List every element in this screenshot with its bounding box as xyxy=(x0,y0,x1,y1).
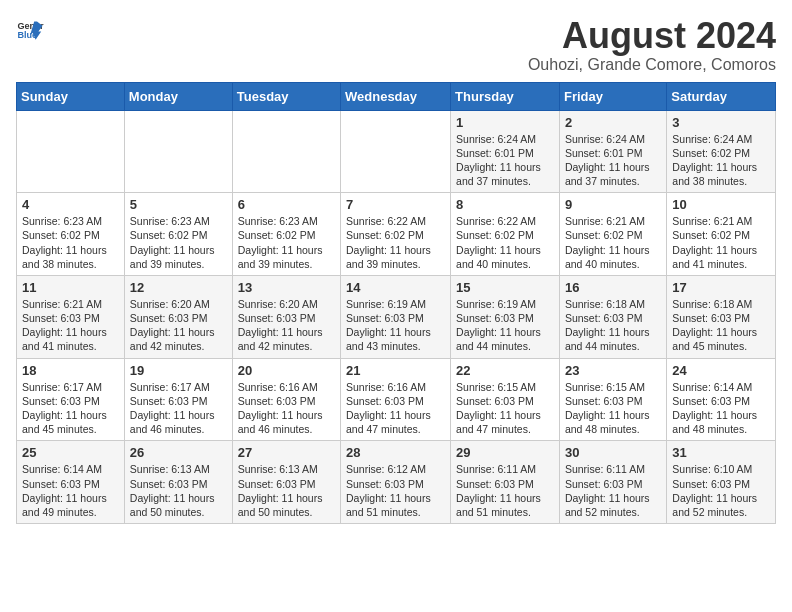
day-info: Sunrise: 6:23 AM Sunset: 6:02 PM Dayligh… xyxy=(130,214,227,271)
day-info: Sunrise: 6:20 AM Sunset: 6:03 PM Dayligh… xyxy=(238,297,335,354)
calendar-cell: 12Sunrise: 6:20 AM Sunset: 6:03 PM Dayli… xyxy=(124,275,232,358)
day-info: Sunrise: 6:24 AM Sunset: 6:02 PM Dayligh… xyxy=(672,132,770,189)
day-number: 6 xyxy=(238,197,335,212)
col-header-monday: Monday xyxy=(124,82,232,110)
calendar-cell: 5Sunrise: 6:23 AM Sunset: 6:02 PM Daylig… xyxy=(124,193,232,276)
day-info: Sunrise: 6:21 AM Sunset: 6:03 PM Dayligh… xyxy=(22,297,119,354)
calendar-cell: 17Sunrise: 6:18 AM Sunset: 6:03 PM Dayli… xyxy=(667,275,776,358)
calendar-cell: 24Sunrise: 6:14 AM Sunset: 6:03 PM Dayli… xyxy=(667,358,776,441)
day-info: Sunrise: 6:14 AM Sunset: 6:03 PM Dayligh… xyxy=(22,462,119,519)
day-number: 27 xyxy=(238,445,335,460)
day-info: Sunrise: 6:19 AM Sunset: 6:03 PM Dayligh… xyxy=(346,297,445,354)
calendar-week-5: 25Sunrise: 6:14 AM Sunset: 6:03 PM Dayli… xyxy=(17,441,776,524)
day-info: Sunrise: 6:21 AM Sunset: 6:02 PM Dayligh… xyxy=(672,214,770,271)
calendar-cell: 29Sunrise: 6:11 AM Sunset: 6:03 PM Dayli… xyxy=(451,441,560,524)
day-number: 22 xyxy=(456,363,554,378)
day-info: Sunrise: 6:22 AM Sunset: 6:02 PM Dayligh… xyxy=(456,214,554,271)
calendar-cell: 10Sunrise: 6:21 AM Sunset: 6:02 PM Dayli… xyxy=(667,193,776,276)
calendar-cell: 14Sunrise: 6:19 AM Sunset: 6:03 PM Dayli… xyxy=(341,275,451,358)
day-info: Sunrise: 6:17 AM Sunset: 6:03 PM Dayligh… xyxy=(22,380,119,437)
calendar-cell: 27Sunrise: 6:13 AM Sunset: 6:03 PM Dayli… xyxy=(232,441,340,524)
calendar-cell xyxy=(341,110,451,193)
calendar-cell: 22Sunrise: 6:15 AM Sunset: 6:03 PM Dayli… xyxy=(451,358,560,441)
day-info: Sunrise: 6:14 AM Sunset: 6:03 PM Dayligh… xyxy=(672,380,770,437)
calendar-body: 1Sunrise: 6:24 AM Sunset: 6:01 PM Daylig… xyxy=(17,110,776,523)
day-info: Sunrise: 6:16 AM Sunset: 6:03 PM Dayligh… xyxy=(238,380,335,437)
day-number: 5 xyxy=(130,197,227,212)
day-info: Sunrise: 6:11 AM Sunset: 6:03 PM Dayligh… xyxy=(565,462,661,519)
month-year-title: August 2024 xyxy=(528,16,776,56)
calendar-cell: 23Sunrise: 6:15 AM Sunset: 6:03 PM Dayli… xyxy=(559,358,666,441)
day-info: Sunrise: 6:20 AM Sunset: 6:03 PM Dayligh… xyxy=(130,297,227,354)
day-number: 8 xyxy=(456,197,554,212)
calendar-cell: 25Sunrise: 6:14 AM Sunset: 6:03 PM Dayli… xyxy=(17,441,125,524)
calendar-cell: 15Sunrise: 6:19 AM Sunset: 6:03 PM Dayli… xyxy=(451,275,560,358)
day-info: Sunrise: 6:12 AM Sunset: 6:03 PM Dayligh… xyxy=(346,462,445,519)
day-number: 30 xyxy=(565,445,661,460)
calendar-cell: 20Sunrise: 6:16 AM Sunset: 6:03 PM Dayli… xyxy=(232,358,340,441)
day-number: 1 xyxy=(456,115,554,130)
day-number: 15 xyxy=(456,280,554,295)
calendar-cell: 6Sunrise: 6:23 AM Sunset: 6:02 PM Daylig… xyxy=(232,193,340,276)
day-info: Sunrise: 6:13 AM Sunset: 6:03 PM Dayligh… xyxy=(238,462,335,519)
col-header-saturday: Saturday xyxy=(667,82,776,110)
calendar-cell: 11Sunrise: 6:21 AM Sunset: 6:03 PM Dayli… xyxy=(17,275,125,358)
calendar-cell: 7Sunrise: 6:22 AM Sunset: 6:02 PM Daylig… xyxy=(341,193,451,276)
day-info: Sunrise: 6:15 AM Sunset: 6:03 PM Dayligh… xyxy=(565,380,661,437)
day-info: Sunrise: 6:23 AM Sunset: 6:02 PM Dayligh… xyxy=(238,214,335,271)
calendar-cell: 8Sunrise: 6:22 AM Sunset: 6:02 PM Daylig… xyxy=(451,193,560,276)
day-number: 20 xyxy=(238,363,335,378)
day-number: 10 xyxy=(672,197,770,212)
calendar-cell xyxy=(232,110,340,193)
calendar-week-3: 11Sunrise: 6:21 AM Sunset: 6:03 PM Dayli… xyxy=(17,275,776,358)
title-block: August 2024 Ouhozi, Grande Comore, Comor… xyxy=(528,16,776,74)
calendar-cell: 4Sunrise: 6:23 AM Sunset: 6:02 PM Daylig… xyxy=(17,193,125,276)
day-number: 16 xyxy=(565,280,661,295)
calendar-cell: 30Sunrise: 6:11 AM Sunset: 6:03 PM Dayli… xyxy=(559,441,666,524)
calendar-cell: 16Sunrise: 6:18 AM Sunset: 6:03 PM Dayli… xyxy=(559,275,666,358)
header: General Blue August 2024 Ouhozi, Grande … xyxy=(16,16,776,74)
calendar-cell: 3Sunrise: 6:24 AM Sunset: 6:02 PM Daylig… xyxy=(667,110,776,193)
day-number: 26 xyxy=(130,445,227,460)
day-number: 14 xyxy=(346,280,445,295)
day-number: 28 xyxy=(346,445,445,460)
day-info: Sunrise: 6:21 AM Sunset: 6:02 PM Dayligh… xyxy=(565,214,661,271)
col-header-sunday: Sunday xyxy=(17,82,125,110)
day-info: Sunrise: 6:23 AM Sunset: 6:02 PM Dayligh… xyxy=(22,214,119,271)
calendar-week-2: 4Sunrise: 6:23 AM Sunset: 6:02 PM Daylig… xyxy=(17,193,776,276)
day-number: 2 xyxy=(565,115,661,130)
col-header-friday: Friday xyxy=(559,82,666,110)
calendar-cell: 1Sunrise: 6:24 AM Sunset: 6:01 PM Daylig… xyxy=(451,110,560,193)
day-number: 7 xyxy=(346,197,445,212)
calendar-table: SundayMondayTuesdayWednesdayThursdayFrid… xyxy=(16,82,776,524)
calendar-cell: 28Sunrise: 6:12 AM Sunset: 6:03 PM Dayli… xyxy=(341,441,451,524)
calendar-header-row: SundayMondayTuesdayWednesdayThursdayFrid… xyxy=(17,82,776,110)
location-subtitle: Ouhozi, Grande Comore, Comoros xyxy=(528,56,776,74)
day-number: 17 xyxy=(672,280,770,295)
calendar-cell: 26Sunrise: 6:13 AM Sunset: 6:03 PM Dayli… xyxy=(124,441,232,524)
day-number: 11 xyxy=(22,280,119,295)
col-header-wednesday: Wednesday xyxy=(341,82,451,110)
day-info: Sunrise: 6:18 AM Sunset: 6:03 PM Dayligh… xyxy=(565,297,661,354)
day-number: 29 xyxy=(456,445,554,460)
calendar-cell: 18Sunrise: 6:17 AM Sunset: 6:03 PM Dayli… xyxy=(17,358,125,441)
day-number: 12 xyxy=(130,280,227,295)
day-info: Sunrise: 6:18 AM Sunset: 6:03 PM Dayligh… xyxy=(672,297,770,354)
col-header-tuesday: Tuesday xyxy=(232,82,340,110)
day-info: Sunrise: 6:22 AM Sunset: 6:02 PM Dayligh… xyxy=(346,214,445,271)
calendar-cell: 2Sunrise: 6:24 AM Sunset: 6:01 PM Daylig… xyxy=(559,110,666,193)
day-info: Sunrise: 6:17 AM Sunset: 6:03 PM Dayligh… xyxy=(130,380,227,437)
logo: General Blue xyxy=(16,16,44,44)
calendar-cell: 31Sunrise: 6:10 AM Sunset: 6:03 PM Dayli… xyxy=(667,441,776,524)
day-info: Sunrise: 6:16 AM Sunset: 6:03 PM Dayligh… xyxy=(346,380,445,437)
calendar-cell: 9Sunrise: 6:21 AM Sunset: 6:02 PM Daylig… xyxy=(559,193,666,276)
day-info: Sunrise: 6:11 AM Sunset: 6:03 PM Dayligh… xyxy=(456,462,554,519)
calendar-cell: 13Sunrise: 6:20 AM Sunset: 6:03 PM Dayli… xyxy=(232,275,340,358)
day-number: 23 xyxy=(565,363,661,378)
logo-icon: General Blue xyxy=(16,16,44,44)
calendar-week-4: 18Sunrise: 6:17 AM Sunset: 6:03 PM Dayli… xyxy=(17,358,776,441)
day-info: Sunrise: 6:19 AM Sunset: 6:03 PM Dayligh… xyxy=(456,297,554,354)
day-info: Sunrise: 6:24 AM Sunset: 6:01 PM Dayligh… xyxy=(565,132,661,189)
day-number: 24 xyxy=(672,363,770,378)
day-info: Sunrise: 6:15 AM Sunset: 6:03 PM Dayligh… xyxy=(456,380,554,437)
